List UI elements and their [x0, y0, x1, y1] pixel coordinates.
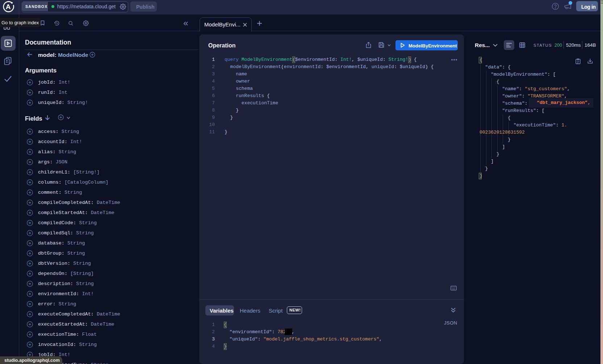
svg-text:A: A	[6, 3, 11, 11]
